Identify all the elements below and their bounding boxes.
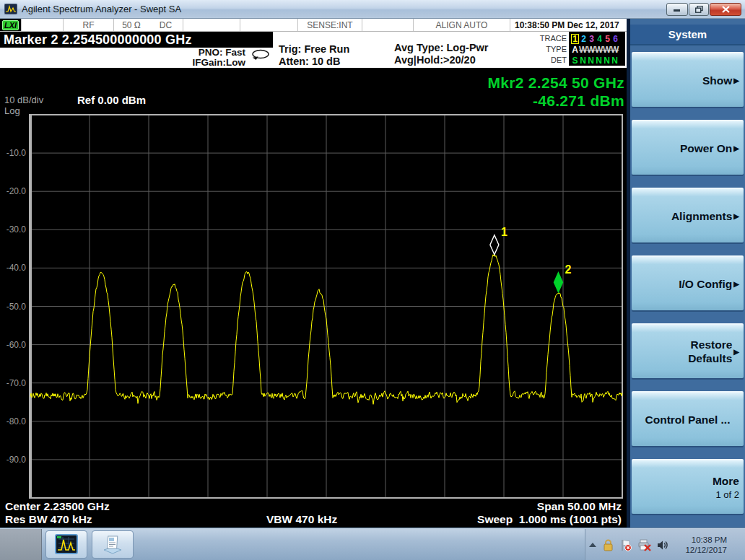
sidebar-edge [627, 19, 630, 528]
pno-status: PNO: Fast [108, 48, 245, 58]
trace-det-1: S [571, 56, 579, 66]
submenu-arrow-icon: ▶ [733, 348, 739, 356]
softkey-label: Alignments [671, 209, 732, 223]
softkey-label: Control Panel ... [645, 413, 731, 426]
y-axis-label: -20.0 [0, 186, 26, 196]
submenu-arrow-icon: ▶ [733, 212, 739, 220]
y-axis-label: -50.0 [0, 302, 26, 312]
continuous-sweep-icon [250, 49, 271, 61]
attenuation-status: Atten: 10 dB [279, 56, 349, 68]
softkey-label: RestoreDefaults [688, 338, 732, 365]
print-preview-app-icon [101, 534, 124, 556]
type-row-label: TYPE [534, 44, 567, 55]
softkey-power-on[interactable]: Power On▶ [632, 120, 744, 175]
menu-title: System [630, 25, 745, 45]
softkey-more[interactable]: More1 of 2 [632, 459, 744, 514]
rbw-annotation: Res BW 470 kHz [5, 513, 92, 526]
marker-readout-freq: Mkr2 2.254 50 GHz [487, 74, 624, 92]
y-axis-label: -10.0 [0, 148, 26, 158]
y-axis-label: -80.0 [0, 416, 26, 426]
printer-error-icon[interactable] [638, 539, 651, 551]
avg-type-status: Avg Type: Log-Pwr [394, 42, 489, 54]
status-cell-align-auto: ALIGN AUTO [414, 19, 510, 31]
spectrum-display: Mkr2 2.254 50 GHz -46.271 dBm 10 dB/div … [0, 68, 627, 528]
status-cell-dc: DC [149, 19, 183, 31]
status-cell-50-: 50 Ω [114, 19, 149, 31]
y-axis-label: -40.0 [0, 263, 26, 273]
windows-taskbar: 10:38 PM 12/12/2017 [0, 528, 745, 560]
app-icon [4, 4, 17, 14]
taskbar-app-print-preview[interactable] [92, 530, 134, 559]
status-cell-empty [240, 19, 298, 31]
softkey-control-panel[interactable]: Control Panel ... [632, 391, 744, 446]
trace-det-4: N [595, 56, 603, 66]
lxi-badge: LXI [2, 20, 19, 30]
y-axis-label: -70.0 [0, 378, 26, 388]
y-axis-label: -90.0 [0, 455, 26, 465]
status-cell-rf: RF [64, 19, 114, 31]
softkey-label: I/O Config [679, 277, 732, 291]
window-titlebar: Agilent Spectrum Analyzer - Swept SA [0, 0, 745, 19]
minimize-button[interactable] [666, 3, 688, 16]
softkey-label: More [713, 475, 739, 488]
trace-det-3: N [587, 56, 595, 66]
ref-level-label: Ref 0.00 dBm [77, 94, 146, 106]
taskbar-app-spectrum-analyzer[interactable] [45, 530, 87, 559]
speaker-icon[interactable] [657, 540, 669, 551]
status-cell-empty [22, 19, 64, 31]
taskbar-start-zone[interactable] [0, 529, 42, 560]
trace-row-label: TRACE [534, 33, 567, 44]
sweep-annotation: Sweep 1.000 ms (1001 pts) [477, 513, 622, 526]
graticule-plot: 12 [29, 113, 624, 499]
submenu-arrow-icon: ▶ [733, 280, 739, 288]
clock-date: 12/12/2017 [675, 545, 727, 555]
marker-1-label: 1 [501, 226, 507, 238]
ifgain-status: IFGain:Low [108, 58, 245, 68]
y-axis-label: -30.0 [0, 224, 26, 235]
active-function-marker-readout: Marker 2 2.254500000000 GHz [0, 32, 273, 48]
marker-2-diamond[interactable] [554, 273, 562, 292]
softkey-i-o-config[interactable]: I/O Config▶ [632, 255, 744, 310]
restore-icon [695, 6, 703, 13]
system-tray: 10:38 PM 12/12/2017 [585, 529, 745, 560]
trace-indicator-block: TRACE TYPE DET 123456 AWWWWW SNNNNN [534, 32, 625, 66]
trace-det-5: N [603, 56, 611, 66]
vbw-annotation: VBW 470 kHz [266, 513, 337, 526]
status-cell-empty [362, 19, 414, 31]
det-row-label: DET [534, 55, 567, 66]
lock-icon[interactable] [603, 539, 614, 551]
scale-per-div-label: 10 dB/div [4, 95, 43, 105]
spectrum-analyzer-app-icon [55, 534, 78, 556]
taskbar-clock[interactable]: 10:38 PM 12/12/2017 [675, 535, 733, 555]
flag-error-icon[interactable] [619, 539, 632, 551]
measurement-status-bar: LXI RF50 ΩDCSENSE:INTALIGN AUTO10:38:50 … [0, 19, 627, 32]
avg-hold-status: Avg|Hold:>20/20 [394, 54, 489, 66]
status-datetime: 10:38:50 PM Dec 12, 2017 [510, 19, 627, 31]
softkey-alignments[interactable]: Alignments▶ [632, 188, 744, 242]
softkey-label: Power On [680, 141, 732, 155]
marker-2-label: 2 [565, 263, 571, 276]
spectrum-plot-svg: 12 [29, 113, 624, 499]
analyzer-screen: Agilent Spectrum Analyzer - Swept SA LXI [0, 0, 745, 560]
window-title: Agilent Spectrum Analyzer - Swept SA [22, 4, 666, 14]
trace-number-1: 1 [571, 34, 579, 44]
trace-det-6: N [611, 56, 619, 66]
status-cell-empty [183, 19, 240, 31]
settings-bar: Marker 2 2.254500000000 GHz PNO: Fast IF… [0, 32, 627, 68]
restore-button[interactable] [689, 3, 709, 16]
submenu-arrow-icon: ▶ [733, 144, 739, 152]
log-scale-label: Log [4, 105, 20, 116]
marker-1-diamond[interactable] [490, 235, 499, 255]
trigger-status: Trig: Free Run [279, 43, 349, 56]
close-icon [722, 6, 730, 13]
softkey-restore-defaults[interactable]: RestoreDefaults▶ [632, 323, 744, 378]
softkey-page-indicator: 1 of 2 [715, 489, 739, 500]
minimize-icon [674, 6, 681, 12]
lxi-indicator: LXI [0, 19, 22, 31]
trace-det-2: N [579, 56, 587, 66]
submenu-arrow-icon: ▶ [733, 76, 739, 84]
close-button[interactable] [710, 3, 741, 16]
chevron-up-icon[interactable] [588, 542, 597, 548]
softkey-show[interactable]: Show▶ [632, 52, 744, 107]
softkey-menu: System Show▶Power On▶Alignments▶I/O Conf… [627, 19, 745, 528]
